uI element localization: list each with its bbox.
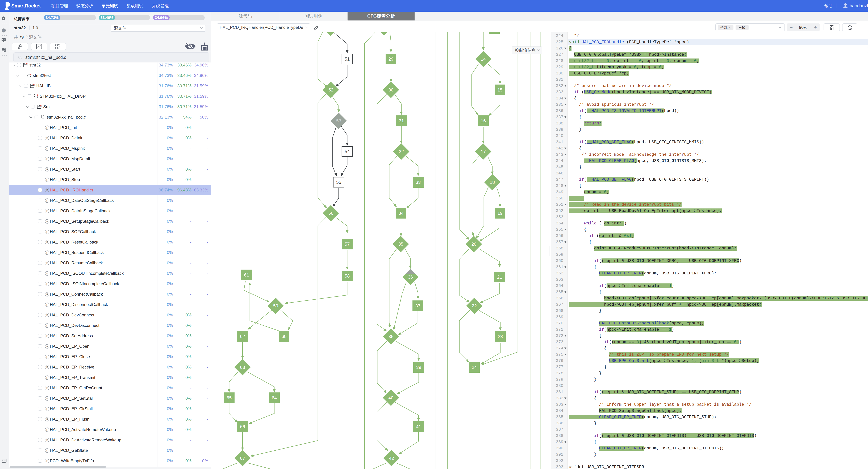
svg-text:38: 38 xyxy=(389,334,394,339)
svg-text:17: 17 xyxy=(481,149,486,154)
svg-text:F: F xyxy=(46,303,48,306)
svg-text:F: F xyxy=(46,126,48,129)
svg-text:F: F xyxy=(46,199,48,202)
svg-text:F: F xyxy=(46,272,48,275)
svg-text:41: 41 xyxy=(416,424,421,429)
svg-text:F: F xyxy=(46,428,48,431)
svg-text:36: 36 xyxy=(408,274,413,280)
svg-text:F: F xyxy=(46,282,48,285)
svg-text:51: 51 xyxy=(345,56,350,62)
svg-text:F: F xyxy=(46,251,48,254)
svg-text:14: 14 xyxy=(481,56,486,62)
svg-text:35: 35 xyxy=(398,242,403,247)
svg-text:F: F xyxy=(46,418,48,421)
svg-text:58: 58 xyxy=(345,273,350,279)
svg-text:F: F xyxy=(46,230,48,233)
svg-text:16: 16 xyxy=(481,118,486,123)
svg-text:F: F xyxy=(46,439,48,442)
svg-text:32: 32 xyxy=(399,149,404,154)
svg-text:20: 20 xyxy=(471,242,476,247)
svg-text:53: 53 xyxy=(336,118,341,123)
svg-text:23: 23 xyxy=(498,334,503,339)
svg-text:F: F xyxy=(46,210,48,213)
svg-text:F: F xyxy=(46,345,48,348)
svg-text:63: 63 xyxy=(240,365,245,370)
svg-text:66: 66 xyxy=(240,424,245,429)
svg-text:30: 30 xyxy=(389,87,394,93)
svg-text:F: F xyxy=(46,147,48,150)
svg-text:F: F xyxy=(46,157,48,160)
svg-text:40: 40 xyxy=(389,395,394,401)
svg-text:19: 19 xyxy=(498,211,503,216)
svg-text:F: F xyxy=(46,397,48,400)
svg-text:F: F xyxy=(46,407,48,410)
svg-text:37: 37 xyxy=(415,303,421,308)
svg-text:29: 29 xyxy=(389,56,394,62)
svg-text:62: 62 xyxy=(240,334,245,339)
svg-text:F: F xyxy=(46,355,48,358)
svg-text:F: F xyxy=(46,335,48,337)
svg-text:F: F xyxy=(46,136,48,139)
svg-text:67: 67 xyxy=(240,456,245,461)
svg-text:F: F xyxy=(46,293,48,296)
svg-text:F: F xyxy=(46,241,48,244)
svg-text:18: 18 xyxy=(490,180,495,185)
svg-text:55: 55 xyxy=(336,180,341,185)
svg-text:i: i xyxy=(3,29,4,32)
svg-text:31: 31 xyxy=(399,118,404,123)
svg-text:34: 34 xyxy=(399,211,404,216)
svg-text:F: F xyxy=(46,324,48,327)
svg-text:F: F xyxy=(46,449,48,452)
svg-text:F: F xyxy=(46,189,48,192)
svg-text:39: 39 xyxy=(416,365,421,370)
svg-text:42: 42 xyxy=(389,456,394,461)
svg-text:22: 22 xyxy=(472,303,477,308)
svg-text:F: F xyxy=(46,168,48,171)
svg-text:F: F xyxy=(46,314,48,317)
svg-text:21: 21 xyxy=(497,274,502,280)
svg-text:F: F xyxy=(46,261,48,264)
svg-text:15: 15 xyxy=(498,87,503,93)
svg-text:33: 33 xyxy=(416,180,421,185)
svg-text:F: F xyxy=(46,366,48,369)
svg-text:60: 60 xyxy=(282,334,287,339)
svg-text:F: F xyxy=(46,386,48,389)
svg-text:F: F xyxy=(46,220,48,223)
svg-text:24: 24 xyxy=(472,365,477,370)
svg-text:57: 57 xyxy=(345,242,350,247)
svg-text:F: F xyxy=(46,460,48,462)
svg-text:61: 61 xyxy=(244,272,249,278)
svg-text:52: 52 xyxy=(329,87,334,93)
svg-text:F: F xyxy=(46,178,48,181)
svg-text:59: 59 xyxy=(273,303,278,308)
svg-text:56: 56 xyxy=(329,211,334,216)
svg-text:F: F xyxy=(46,376,48,379)
svg-text:65: 65 xyxy=(227,395,232,401)
svg-text:54: 54 xyxy=(345,149,350,154)
svg-text:64: 64 xyxy=(272,395,277,401)
